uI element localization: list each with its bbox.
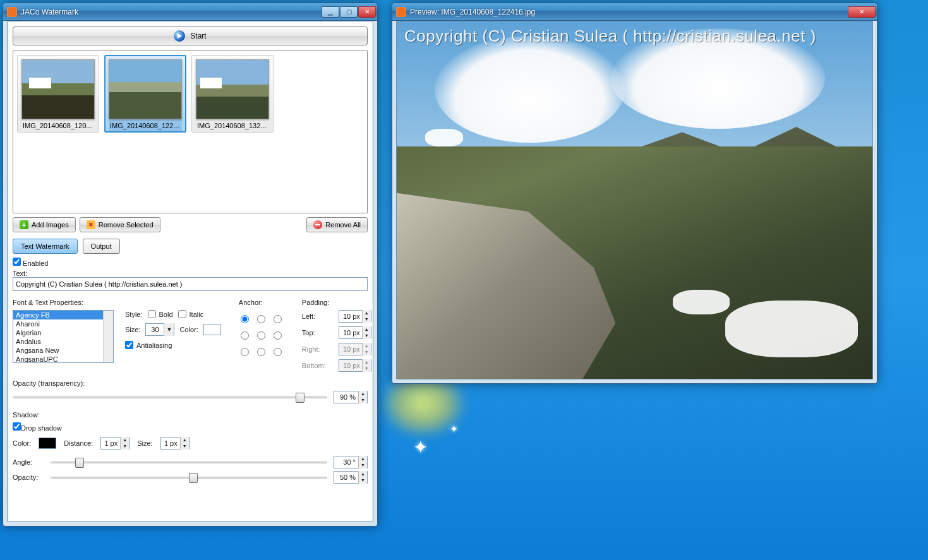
remove-icon [87, 220, 95, 229]
shadow-opacity-label: Opacity: [13, 474, 44, 481]
shadow-size-spin[interactable]: 1 px▲▼ [160, 437, 190, 450]
add-images-button[interactable]: Add Images [13, 217, 76, 232]
font-option[interactable]: Algerian [13, 328, 103, 337]
size-label: Size: [125, 326, 140, 333]
delete-icon [313, 220, 322, 229]
opacity-slider[interactable] [13, 391, 327, 403]
anchor-radio[interactable] [241, 331, 249, 340]
pad-right-spin: 10 px▲▼ [339, 343, 371, 355]
start-label: Start [190, 32, 206, 40]
shadow-angle-spin[interactable]: 30 °▲▼ [334, 456, 368, 468]
tab-output[interactable]: Output [83, 239, 120, 254]
color-label: Color: [179, 326, 198, 333]
watermark-overlay: Copyright (C) Cristian Sulea ( http://cr… [404, 27, 816, 46]
shadow-opacity-spin[interactable]: 50 %▲▼ [334, 471, 368, 484]
thumbnail-caption: IMG_20140608_132... [196, 119, 269, 132]
app-icon [396, 7, 406, 17]
font-option[interactable]: Angsana New [13, 346, 103, 355]
thumbnail-item[interactable]: IMG_20140608_122... [104, 55, 186, 133]
anchor-grid [239, 313, 284, 358]
start-button[interactable]: Start [13, 27, 368, 45]
thumbnail-caption: IMG_20140608_122... [109, 119, 182, 132]
opacity-label: Opacity (transparency): [13, 379, 368, 387]
thumbnail-item[interactable]: IMG_20140608_132... [191, 55, 274, 133]
shadow-opacity-slider[interactable] [51, 471, 327, 484]
text-label: Text: [13, 270, 368, 277]
antialias-checkbox[interactable]: Antialiasing [125, 341, 221, 349]
thumbnail-caption: IMG_20140608_120... [21, 119, 95, 132]
padding-label: Padding: [302, 299, 371, 306]
font-option[interactable]: Aharoni [13, 319, 103, 328]
maximize-button[interactable]: ▢ [340, 6, 358, 18]
font-listbox[interactable]: Agency FB Aharoni Algerian Andalus Angsa… [13, 310, 114, 363]
main-window: JACo Watermark ▁ ▢ ✕ Start IMG_20140608_… [3, 3, 378, 527]
size-dropdown[interactable]: 30▼ [145, 323, 174, 336]
font-option[interactable]: Agency FB [13, 311, 103, 319]
preview-image-area: Copyright (C) Cristian Sulea ( http://cr… [396, 21, 873, 379]
shadow-distance-label: Distance: [64, 439, 93, 447]
shadow-angle-label: Angle: [13, 458, 44, 466]
shadow-color-label: Color: [13, 439, 31, 447]
shadow-size-label: Size: [137, 439, 152, 447]
pad-left-label: Left: [302, 313, 334, 320]
font-props-label: Font & Text Properties: [13, 299, 221, 306]
titlebar[interactable]: Preview: IMG_20140608_122416.jpg ✕ [392, 3, 877, 21]
remove-selected-button[interactable]: Remove Selected [80, 217, 160, 232]
font-option[interactable]: Andalus [13, 337, 103, 346]
pad-left-spin[interactable]: 10 px▲▼ [339, 310, 371, 323]
shadow-distance-spin[interactable]: 1 px▲▼ [100, 437, 130, 450]
app-icon [7, 7, 17, 17]
close-button[interactable]: ✕ [848, 6, 876, 18]
anchor-radio[interactable] [257, 315, 265, 323]
anchor-radio[interactable] [274, 331, 282, 340]
watermark-text-input[interactable] [13, 277, 368, 291]
preview-title: Preview: IMG_20140608_122416.jpg [410, 8, 848, 16]
minimize-button[interactable]: ▁ [322, 6, 339, 18]
anchor-radio[interactable] [274, 348, 282, 356]
font-option[interactable]: AngsanaUPC [13, 355, 103, 363]
tab-text-watermark[interactable]: Text Watermark [13, 239, 78, 254]
titlebar[interactable]: JACo Watermark ▁ ▢ ✕ [3, 3, 377, 21]
anchor-radio[interactable] [257, 331, 265, 340]
opacity-spin[interactable]: 90 %▲▼ [334, 391, 368, 403]
remove-all-button[interactable]: Remove All [306, 217, 368, 232]
drop-shadow-checkbox[interactable]: Drop shadow [13, 422, 368, 432]
pad-bottom-label: Bottom: [302, 362, 334, 369]
anchor-radio[interactable] [241, 348, 249, 356]
anchor-label: Anchor: [239, 299, 284, 306]
italic-checkbox[interactable]: Italic [178, 310, 204, 318]
bold-checkbox[interactable]: Bold [148, 310, 173, 318]
anchor-radio[interactable] [257, 348, 265, 356]
sparkle-icon: ✦ [413, 437, 428, 458]
scrollbar[interactable] [103, 311, 113, 362]
thumbnail-item[interactable]: IMG_20140608_120... [17, 55, 99, 133]
shadow-angle-slider[interactable] [51, 456, 327, 468]
pad-bottom-spin: 10 px▲▼ [339, 359, 371, 372]
close-button[interactable]: ✕ [358, 6, 376, 18]
pad-top-label: Top: [302, 329, 334, 337]
anchor-radio[interactable] [241, 315, 249, 323]
thumbnails-panel: IMG_20140608_120... IMG_20140608_122... … [13, 51, 368, 213]
shadow-color-swatch[interactable] [39, 438, 56, 449]
pad-right-label: Right: [302, 345, 334, 353]
preview-window: Preview: IMG_20140608_122416.jpg ✕ Copyr… [392, 3, 877, 384]
anchor-radio[interactable] [274, 315, 282, 323]
shadow-label: Shadow: [13, 411, 368, 419]
play-icon [174, 30, 185, 42]
enabled-checkbox[interactable]: Enabled [13, 258, 368, 267]
style-label: Style: [125, 311, 143, 318]
thumbnail-image [196, 59, 269, 119]
sparkle-icon: ✦ [450, 423, 458, 435]
thumbnail-image [109, 59, 182, 119]
window-title: JACo Watermark [21, 8, 322, 16]
pad-top-spin[interactable]: 10 px▲▼ [339, 326, 371, 339]
thumbnail-image [21, 59, 95, 119]
desktop-flare [373, 379, 499, 461]
text-color-swatch[interactable] [203, 324, 221, 335]
add-icon [20, 220, 28, 229]
